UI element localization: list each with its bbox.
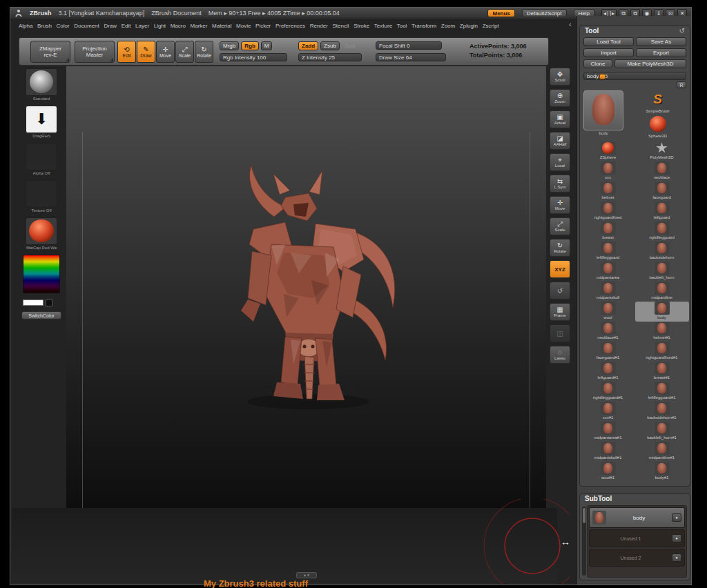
- r-button[interactable]: R: [677, 81, 686, 88]
- mode-rotate-button[interactable]: ↻Rotate: [195, 41, 213, 63]
- nav-icon-button[interactable]: ↺: [550, 282, 570, 300]
- menu-edit[interactable]: Edit: [122, 23, 131, 29]
- tool-item-wool[interactable]: wool: [581, 302, 635, 322]
- default-zscript-button[interactable]: DefaultZScript: [522, 9, 567, 17]
- mode-move-button[interactable]: ✛Move: [156, 41, 175, 63]
- import-button[interactable]: Import: [583, 48, 634, 57]
- nav-rotate-button[interactable]: ↻Rotate: [550, 239, 570, 257]
- canvas-hide-handle[interactable]: ▲▼: [296, 572, 317, 578]
- tool-item-helmet-1[interactable]: helmet#1: [635, 322, 689, 342]
- tool-item-midpantline[interactable]: midpantline: [635, 282, 689, 302]
- menu-alpha[interactable]: Alpha: [19, 23, 32, 29]
- subtool-row-body[interactable]: body●: [589, 507, 685, 528]
- tool-item-rightflegguard[interactable]: rightflegguard: [635, 222, 689, 242]
- export-button[interactable]: Export: [636, 48, 686, 57]
- nav-frame-button[interactable]: ▦Frame: [550, 303, 570, 321]
- save-as-button[interactable]: Save As: [636, 37, 686, 46]
- tool-item-backleft-horn-1[interactable]: backleft_horn#1: [635, 422, 689, 442]
- nav-aahalf-button[interactable]: ◪AAHalf: [550, 132, 570, 150]
- menu-marker[interactable]: Marker: [191, 23, 208, 29]
- tool-item-leftguard[interactable]: leftguard: [635, 202, 689, 222]
- z-intensity-slider[interactable]: Z Intensity 25: [298, 53, 362, 61]
- tool-item-leftguard-1[interactable]: leftguard#1: [581, 362, 635, 382]
- visibility-eye-icon[interactable]: ●: [672, 553, 681, 562]
- nav-zoom-button[interactable]: ⊕Zoom: [550, 89, 570, 107]
- nav-actual-button[interactable]: ▣Actual: [550, 110, 570, 128]
- color-picker[interactable]: [23, 255, 60, 293]
- zsub-button[interactable]: Zsub: [320, 41, 340, 50]
- tool-item-leftflegguard[interactable]: leftflegguard: [581, 242, 635, 262]
- menu-picker[interactable]: Picker: [255, 23, 271, 29]
- subtool-row-unused-2[interactable]: Unused 2●: [589, 549, 685, 567]
- tool-item-midpantskull[interactable]: midpantskull: [581, 282, 635, 302]
- texture-off[interactable]: Texture Off: [26, 180, 57, 213]
- menu-macro[interactable]: Macro: [171, 23, 186, 29]
- tool-item-midpantline-1[interactable]: midpantline#1: [635, 442, 689, 462]
- load-tool-button[interactable]: Load Tool: [583, 37, 634, 46]
- tool-item-backsidehorn[interactable]: backsidehorn: [635, 242, 689, 262]
- mrgb-button[interactable]: Mrgb: [220, 41, 239, 50]
- menu-stencil[interactable]: Stencil: [333, 23, 349, 29]
- stroke-dragrect[interactable]: ⬇DragRect: [26, 106, 57, 138]
- tool-item-midpantarea-1[interactable]: midpantarea#1: [581, 422, 635, 442]
- subtool-scrollbar[interactable]: [582, 507, 586, 576]
- menu-movie[interactable]: Movie: [236, 23, 251, 29]
- brush-standard[interactable]: Standard: [26, 68, 57, 101]
- tool-item-breast[interactable]: breast: [581, 222, 635, 242]
- menu-stroke[interactable]: Stroke: [354, 23, 369, 29]
- panel-collapse-icon[interactable]: ‹: [569, 20, 572, 28]
- menu-light[interactable]: Light: [154, 23, 166, 29]
- slider-knob[interactable]: [599, 74, 606, 79]
- menu-zoom[interactable]: Zoom: [441, 23, 455, 29]
- zadd-button[interactable]: Zadd: [298, 41, 318, 50]
- visibility-eye-icon[interactable]: ●: [672, 513, 681, 522]
- tool-item-xxx[interactable]: xxx: [581, 161, 635, 182]
- clone-button[interactable]: Clone: [583, 59, 612, 68]
- tool-item-wool-1[interactable]: wool#1: [581, 462, 635, 482]
- projection-master-button[interactable]: Projection Master: [75, 41, 115, 63]
- tool-name-slider[interactable]: body. 65: [583, 72, 686, 80]
- tool-item-backsidehorn-1[interactable]: backsidehorn#1: [635, 402, 689, 422]
- menu-transform[interactable]: Transform: [411, 23, 436, 29]
- make-polymesh3d-button[interactable]: Make PolyMesh3D: [614, 59, 686, 68]
- material-matcap-red-wax[interactable]: MatCap Red Wa: [26, 217, 57, 250]
- tool-item-faceguard[interactable]: faceguard: [635, 182, 689, 202]
- tool-item-necklace[interactable]: necklace: [635, 161, 689, 182]
- draw-size-slider[interactable]: Draw Size 64: [376, 53, 446, 61]
- tool-item-rightguardfixed-1[interactable]: rightguardfixed#1: [635, 342, 689, 362]
- tool-item-midpantskull-1[interactable]: midpantskull#1: [581, 442, 635, 462]
- menu-document[interactable]: Document: [74, 23, 99, 29]
- menu-zscript[interactable]: Zscript: [483, 23, 499, 29]
- document-canvas[interactable]: [66, 66, 546, 508]
- rgb-button[interactable]: Rgb: [241, 41, 259, 50]
- menu-draw[interactable]: Draw: [104, 23, 117, 29]
- tool-item-midpantarea[interactable]: midpantarea: [581, 262, 635, 282]
- nav-local-button[interactable]: ⌖Local: [550, 153, 570, 171]
- tool-item-rightguardfixed[interactable]: rightguardfixed: [581, 202, 635, 222]
- tool-item-xxx-1[interactable]: xxx#1: [581, 402, 635, 422]
- menu-render[interactable]: Render: [310, 23, 328, 29]
- subtool-row-unused-1[interactable]: Unused 1●: [589, 529, 685, 547]
- nav-lasso-button[interactable]: ◌Lasso: [550, 346, 570, 364]
- nav-move-button[interactable]: ✛Move: [550, 196, 570, 214]
- tool-item-zsphere[interactable]: ZSphere: [581, 141, 635, 161]
- tool-item-backleft-horn[interactable]: backleft_horn: [635, 262, 689, 282]
- mode-draw-button[interactable]: ✎Draw: [137, 41, 155, 63]
- secondary-color-swatch[interactable]: [46, 300, 52, 306]
- visibility-eye-icon[interactable]: ●: [672, 534, 681, 542]
- menu-tool[interactable]: Tool: [397, 23, 407, 29]
- nav-xyz-button[interactable]: XYZ: [550, 260, 570, 278]
- menus-button[interactable]: Menus: [487, 9, 514, 17]
- tool-item-breast-1[interactable]: breast#1: [635, 362, 689, 382]
- mode-edit-button[interactable]: ⟲Edit: [117, 41, 136, 63]
- mode-scale-button[interactable]: ⤢Scale: [175, 41, 194, 63]
- alpha-off[interactable]: Alpha Off: [26, 143, 57, 175]
- tool-item-sphere3d[interactable]: Sphere3D: [648, 115, 668, 139]
- current-tool[interactable]: body: [583, 90, 623, 139]
- menu-texture[interactable]: Texture: [374, 23, 392, 29]
- zcut-button[interactable]: Zcut: [342, 41, 358, 50]
- tool-item-body[interactable]: body: [635, 302, 689, 322]
- zmapper-button[interactable]: ZMapper rev-E: [30, 41, 70, 63]
- menu-zplugin[interactable]: Zplugin: [460, 23, 478, 29]
- m-button[interactable]: M: [261, 41, 273, 50]
